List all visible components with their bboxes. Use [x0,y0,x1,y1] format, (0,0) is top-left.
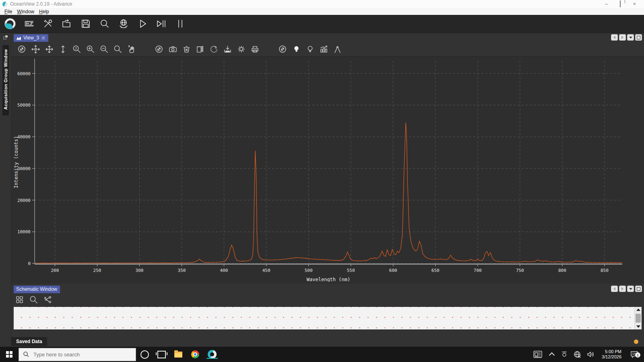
right-arrow-icon [621,287,623,290]
tab-list-button[interactable] [627,286,634,292]
lamp-off-icon[interactable] [306,45,314,53]
next-tab-button[interactable] [619,34,626,41]
pause-icon[interactable] [173,17,187,30]
zoom-icon[interactable] [114,45,122,53]
web-icon[interactable] [117,17,130,30]
zoom-icon[interactable] [29,295,38,304]
x-tick-label: 850 [601,268,609,273]
x-tick-label: 750 [516,268,524,273]
undo-icon[interactable] [210,45,218,53]
schematic-toolbar [11,293,644,306]
y-tick-label: 20000 [17,198,31,203]
x-tick-label: 500 [305,268,313,273]
device-icon [561,351,568,358]
autoscale-icon[interactable] [279,45,287,53]
schematic-canvas[interactable] [14,307,642,329]
taskbar-search[interactable] [19,348,136,361]
menu-help[interactable]: Help [37,9,52,14]
play-icon[interactable] [136,17,149,30]
snapshot-camera-icon[interactable] [169,45,177,53]
scroll-thumb[interactable] [636,314,641,323]
clock-date: 3/12/2026 [602,354,621,360]
close-button[interactable]: × [633,1,636,7]
down-arrow-icon [629,288,632,290]
start-button[interactable] [0,351,19,358]
zoom-out-icon[interactable] [100,45,108,53]
sidebar-item-acquisition-group[interactable]: Acquisition Group Window [2,45,9,115]
node-graph-icon[interactable] [43,295,52,304]
x-tick-label: 550 [347,268,355,273]
open-file-icon[interactable] [60,17,74,30]
prev-tab-button[interactable] [611,34,618,41]
scroll-up-icon[interactable] [636,309,640,311]
lamp-on-icon[interactable] [292,45,301,53]
tab-list-button[interactable] [627,34,634,41]
menu-window[interactable]: Window [14,9,37,14]
news-widget-button[interactable] [531,351,545,358]
spectrum-chart[interactable]: 2002503003504004505005506006507007508008… [11,56,644,284]
grid-view-icon[interactable] [15,295,24,304]
left-arrow-icon [613,36,615,39]
save-icon[interactable] [79,17,93,30]
zoom-in-icon[interactable] [86,45,95,53]
scroll-down-icon[interactable] [636,325,640,328]
pan-icon[interactable] [31,45,40,53]
tab-schematic-window[interactable]: Schematic Window [14,286,60,293]
export-icon[interactable] [223,45,232,53]
show-hidden-icons-button[interactable] [547,352,557,357]
print-icon[interactable] [251,45,259,53]
oceanview-taskbar-button[interactable] [204,350,221,359]
device-tray-button[interactable] [559,351,570,358]
status-text: Saved Data [11,337,47,346]
file-explorer-button[interactable] [170,352,187,358]
taskbar-clock[interactable]: 5:00 PM 3/12/2026 [599,349,625,360]
scale-graph-icon[interactable] [18,45,26,53]
tab-view-3[interactable]: View_3 × [14,34,48,42]
step-icon[interactable] [155,17,168,30]
chart-toolbar: 2 [11,42,644,56]
search-icon[interactable] [98,17,111,30]
vertical-move-icon[interactable] [59,45,67,53]
x-tick-label: 600 [389,268,397,273]
volume-tray-button[interactable] [585,351,596,358]
minimize-button[interactable]: – [605,1,608,7]
network-tray-button[interactable] [572,351,582,358]
oceanview-icon [208,350,217,359]
pointer-hand-icon[interactable] [127,45,136,53]
oceanview-logo-icon[interactable] [3,17,17,30]
cortana-button[interactable] [136,350,153,359]
x-tick-label: 700 [474,268,482,273]
cortana-icon [140,350,149,359]
task-view-icon [157,351,166,358]
view-tab-label: View_3 [23,35,39,41]
dock-icon[interactable] [3,35,8,39]
copy-graph-icon[interactable] [196,45,204,53]
search-input[interactable] [33,351,115,358]
move-icon[interactable] [45,45,54,53]
x-tick-label: 350 [178,268,186,273]
notification-center-button[interactable]: 1 [627,350,642,358]
restore-button[interactable] [620,1,621,7]
maximize-panel-button[interactable] [635,34,642,41]
prev-tab-button[interactable] [611,286,618,292]
task-view-button[interactable] [153,351,170,358]
left-arrow-icon [613,287,615,290]
zoom-region-icon[interactable]: 2 [72,45,81,53]
delete-trash-icon[interactable] [182,45,191,53]
y-axis-label: Intensity (counts) [13,136,19,188]
maximize-panel-button[interactable] [635,286,642,292]
ez-mode-icon[interactable]: EZ [22,17,36,30]
tools-icon[interactable] [41,17,55,30]
graph-type-icon[interactable] [320,45,328,53]
merge-icon[interactable] [333,45,342,53]
down-arrow-icon [629,37,632,39]
left-dock-strip: Acquisition Group Window [0,33,11,347]
chrome-button[interactable] [187,350,204,358]
menu-file[interactable]: File [2,9,14,14]
close-tab-icon[interactable]: × [41,36,45,40]
next-tab-button[interactable] [619,286,626,292]
settings-gear-icon[interactable] [237,45,246,53]
vertical-scrollbar[interactable] [634,307,642,329]
scale-to-window-icon[interactable] [155,45,163,53]
chrome-icon [191,350,199,358]
